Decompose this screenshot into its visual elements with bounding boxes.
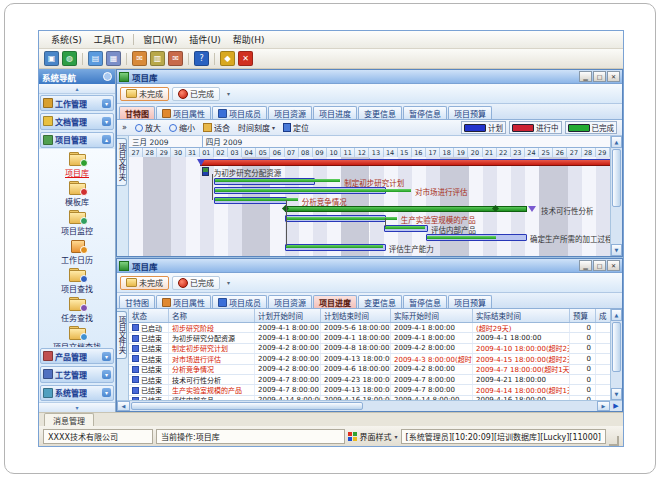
sidebar-section-2[interactable]: 项目管理▴ <box>40 132 114 148</box>
filter-more-button[interactable]: ▾ <box>227 90 230 97</box>
gantt-toolbar-zoom-in-button[interactable]: 放大 <box>133 122 163 133</box>
tab-7[interactable]: 项目预算 <box>448 106 492 119</box>
chevron-down-icon[interactable]: ▾ <box>102 117 111 126</box>
gantt-vertical-scrollbar[interactable]: ▲ ▼ <box>610 136 622 256</box>
milestone-icon[interactable] <box>202 167 209 176</box>
table-row[interactable]: 已结束制定初步研究计划2009-4-2 8:00:002009-4-8 18:0… <box>129 344 610 354</box>
sidebar-item-2[interactable]: 项目监控 <box>61 210 93 236</box>
exit-icon[interactable]: ✕ <box>238 51 253 66</box>
close-button[interactable]: ✕ <box>607 260 620 271</box>
message-icon[interactable]: ✉ <box>168 51 183 66</box>
table-row[interactable]: 已结束生产实验室规模的产品2009-4-7 8:00:002009-4-13 1… <box>129 385 610 395</box>
interface-style-label[interactable]: 界面样式 <box>360 431 392 442</box>
tab-1[interactable]: 项目属性 <box>156 106 211 119</box>
scroll-down-icon[interactable]: ▼ <box>611 244 622 256</box>
tab-2[interactable]: 项目成员 <box>212 106 267 119</box>
filter-more-button[interactable]: ▾ <box>227 279 230 286</box>
gantt-chart[interactable]: 三月 2009四月 2009 2728293031010203040506070… <box>129 136 610 256</box>
tab-7[interactable]: 项目预算 <box>448 295 492 308</box>
table-row[interactable]: 已结束为初步研究分配资源2009-4-1 8:00:002009-4-1 18:… <box>129 333 610 343</box>
filter-tab-0[interactable]: 未完成 <box>120 87 169 101</box>
sidebar-section-4[interactable]: 工艺管理▾ <box>40 366 114 382</box>
chevron-down-icon[interactable]: ▾ <box>102 370 111 379</box>
sidebar-item-6[interactable]: 项目文档查找 <box>53 326 101 347</box>
close-button[interactable]: ✕ <box>607 71 620 82</box>
menu-item-3[interactable]: 插件(U) <box>183 32 227 47</box>
menu-item-2[interactable]: 窗口(W) <box>137 32 183 47</box>
sidebar-collapse-button[interactable]: ▴ <box>39 84 115 94</box>
tab-0[interactable]: 甘特图 <box>119 106 155 119</box>
chevron-down-icon[interactable]: ▾ <box>102 99 111 108</box>
chevron-up-icon[interactable]: ▴ <box>102 135 111 144</box>
project-folder-strip-tab[interactable]: 项目文件夹 <box>117 311 127 359</box>
tab-5[interactable]: 变更信息 <box>358 295 402 308</box>
minimize-button[interactable]: ▁ <box>579 71 592 82</box>
help-icon[interactable]: ? <box>194 51 209 66</box>
gantt-project-bar[interactable] <box>200 159 610 166</box>
open-folder-icon[interactable]: ▤ <box>88 51 103 66</box>
table-row[interactable]: 已结束对市场进行评估2009-4-2 8:00:002009-4-13 18:0… <box>129 354 610 364</box>
scroll-left-icon[interactable]: ◀ <box>117 401 130 411</box>
gantt-toolbar-locate-button[interactable]: 定位 <box>281 122 311 133</box>
tab-3[interactable]: 项目资源 <box>268 106 312 119</box>
column-header-1[interactable]: 名称 <box>169 309 255 322</box>
tab-4[interactable]: 项目进度 <box>313 106 357 119</box>
globe-icon[interactable]: ◍ <box>62 51 77 66</box>
scroll-right-icon[interactable]: ▶ <box>597 401 610 411</box>
maximize-button[interactable]: □ <box>593 71 606 82</box>
table-row[interactable]: 已启动初步研究阶段2009-4-1 8:00:002009-5-6 18:00:… <box>129 323 610 333</box>
lock-icon[interactable]: ◆ <box>220 51 235 66</box>
scrollbar-thumb[interactable] <box>131 402 363 410</box>
gantt-toolbar-zoom-out-button[interactable]: 缩小 <box>167 122 197 133</box>
sidebar-section-0[interactable]: 工作管理▾ <box>40 95 114 111</box>
minimize-button[interactable]: ▁ <box>579 260 592 271</box>
table-row[interactable]: 已结束技术可行性分析2009-4-7 8:00:002009-4-23 18:0… <box>129 375 610 385</box>
save-icon[interactable]: ▦ <box>106 51 121 66</box>
tab-1[interactable]: 项目属性 <box>156 295 211 308</box>
sidebar-section-1[interactable]: 文档管理▾ <box>40 113 114 129</box>
table-body[interactable]: 已启动初步研究阶段2009-4-1 8:00:002009-5-6 18:00:… <box>129 323 610 400</box>
chevron-down-icon[interactable]: ▾ <box>102 388 111 397</box>
tab-6[interactable]: 暂停信息 <box>403 106 447 119</box>
report-icon[interactable]: ▥ <box>150 51 165 66</box>
tab-4[interactable]: 项目进度 <box>313 295 357 308</box>
tab-5[interactable]: 变更信息 <box>358 106 402 119</box>
resize-grip[interactable] <box>609 436 619 446</box>
tab-3[interactable]: 项目资源 <box>268 295 312 308</box>
column-header-6[interactable]: 预算 <box>570 309 596 322</box>
more-columns-icon[interactable]: ▶ <box>610 401 622 411</box>
sidebar-section-3[interactable]: 产品管理▾ <box>40 348 114 364</box>
column-header-0[interactable]: 状态 <box>129 309 169 322</box>
tab-6[interactable]: 暂停信息 <box>403 295 447 308</box>
mail-icon[interactable]: ✉ <box>132 51 147 66</box>
project-folder-strip-tab[interactable]: 项目文件夹 <box>117 138 127 186</box>
gantt-toolbar-fit-button[interactable]: 适合 <box>201 122 232 133</box>
sidebar-item-4[interactable]: 项目查找 <box>61 268 93 294</box>
sidebar-item-5[interactable]: 任务查找 <box>61 297 93 323</box>
scrollbar-thumb[interactable] <box>612 149 621 207</box>
gantt-window-titlebar[interactable]: 项目库 ▁ □ ✕ <box>117 70 622 84</box>
gantt-summary-bar[interactable] <box>285 206 528 212</box>
chevron-down-icon[interactable]: ▾ <box>102 352 111 361</box>
scroll-down-icon[interactable]: ▼ <box>611 388 622 400</box>
filter-tab-1[interactable]: 已完成 <box>172 87 220 101</box>
column-header-3[interactable]: 计划结束时间 <box>321 309 391 322</box>
sidebar-section-5[interactable]: 系统管理▾ <box>40 385 114 401</box>
tab-0[interactable]: 甘特图 <box>119 295 155 308</box>
message-manager-tab[interactable]: 消息管理 <box>44 413 94 426</box>
table-row[interactable]: 已结束分析竞争情况2009-4-2 8:00:002009-4-6 18:00:… <box>129 365 610 375</box>
chevron-down-icon[interactable]: ▾ <box>395 433 398 440</box>
menu-item-4[interactable]: 帮助(H) <box>227 32 271 47</box>
column-header-5[interactable]: 实际结束时间 <box>473 309 570 322</box>
menu-item-1[interactable]: 工具(T) <box>88 32 131 47</box>
sidebar-item-0[interactable]: 项目库 <box>65 152 89 178</box>
sidebar-item-1[interactable]: 模板库 <box>65 181 89 207</box>
column-header-4[interactable]: 实际开始时间 <box>391 309 473 322</box>
workspace-icon[interactable]: ▣ <box>44 51 59 66</box>
scrollbar-thumb[interactable] <box>612 322 621 372</box>
table-horizontal-scrollbar[interactable]: ◀ ▶ ▶ <box>117 400 622 411</box>
table-vertical-scrollbar[interactable]: ▲ ▼ <box>610 309 622 400</box>
filter-tab-0[interactable]: 未完成 <box>120 276 169 290</box>
filter-tab-1[interactable]: 已完成 <box>172 276 220 290</box>
pin-icon[interactable] <box>103 72 112 81</box>
